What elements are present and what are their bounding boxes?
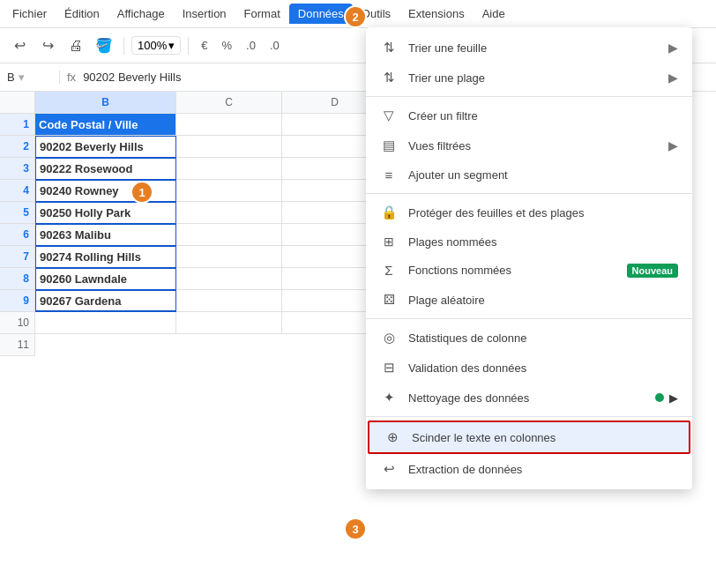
cell-b1[interactable]: Code Postal / Ville	[35, 114, 176, 136]
menu-creer-filtre[interactable]: ▽ Créer un filtre	[366, 100, 692, 130]
menu-edition[interactable]: Édition	[56, 4, 108, 24]
named-functions-icon: Σ	[380, 263, 398, 278]
print-button[interactable]: 🖨	[63, 33, 88, 58]
menu-vues-filtrees-label: Vues filtrées	[408, 139, 658, 153]
cell-b9[interactable]: 90267 Gardena	[35, 290, 176, 312]
menu-format[interactable]: Format	[235, 4, 289, 24]
arrow-icon-3: ▶	[668, 138, 678, 153]
row-num-8[interactable]: 8	[0, 268, 34, 290]
menu-validation[interactable]: ⊟ Validation des données	[366, 353, 692, 383]
dropdown-arrow-icon[interactable]: ▾	[19, 71, 25, 84]
cell-c4[interactable]	[176, 180, 282, 202]
sort-range-icon: ⇅	[380, 70, 398, 86]
percent-button[interactable]: %	[216, 37, 237, 54]
paint-format-button[interactable]: 🪣	[92, 33, 116, 58]
menu-affichage[interactable]: Affichage	[108, 4, 174, 24]
menu-ajouter-segment[interactable]: ≡ Ajouter un segment	[366, 160, 692, 190]
menu-plage-aleatoire-label: Plage aléatoire	[408, 294, 678, 307]
row-num-11[interactable]: 11	[0, 334, 34, 356]
row-num-9[interactable]: 9	[0, 290, 34, 312]
arrow-icon-2: ▶	[668, 71, 678, 85]
menu-statistiques-label: Statistiques de colonne	[408, 331, 678, 345]
cell-b10[interactable]	[35, 312, 176, 334]
menu-statistiques[interactable]: ◎ Statistiques de colonne	[366, 323, 692, 353]
sep1	[123, 37, 124, 55]
split-text-icon: ⊕	[384, 429, 401, 445]
cell-c10[interactable]	[176, 312, 282, 334]
arrow-icon: ▶	[668, 41, 678, 55]
cell-b7[interactable]: 90274 Rolling Hills	[35, 246, 176, 268]
menu-plages-nommees[interactable]: ⊞ Plages nommées	[366, 227, 692, 256]
extract-icon: ↩	[380, 461, 398, 477]
menu-proteger-label: Protéger des feuilles et des plages	[408, 206, 678, 220]
menu-extensions[interactable]: Extensions	[399, 4, 474, 24]
formula-fx-icon: fx	[67, 71, 76, 84]
row-numbers: 1 2 3 4 5 6 7 8 9 10 11	[0, 92, 35, 356]
cell-c6[interactable]	[176, 224, 282, 246]
menu-ajouter-segment-label: Ajouter un segment	[408, 168, 678, 182]
dropdown-menu: ⇅ Trier une feuille ▶ ⇅ Trier une plage …	[366, 27, 692, 489]
segment-icon: ≡	[380, 167, 398, 182]
euro-button[interactable]: €	[196, 37, 213, 54]
menu-fichier[interactable]: Fichier	[4, 4, 56, 24]
menu-trier-feuille-label: Trier une feuille	[408, 41, 658, 55]
cell-c3[interactable]	[176, 158, 282, 180]
cell-c5[interactable]	[176, 202, 282, 224]
annotation-1: 1	[131, 181, 153, 204]
menu-fonctions-nommees[interactable]: Σ Fonctions nommées Nouveau	[366, 256, 692, 285]
row-num-10[interactable]: 10	[0, 312, 34, 334]
menu-scinder[interactable]: ⊕ Scinder le texte en colonnes	[368, 421, 690, 454]
cell-c7[interactable]	[176, 246, 282, 268]
cell-b3[interactable]: 90222 Rosewood	[35, 158, 176, 180]
row-num-4[interactable]: 4	[0, 180, 34, 202]
cell-c2[interactable]	[176, 136, 282, 158]
menu-scinder-label: Scinder le texte en colonnes	[412, 431, 675, 444]
row-num-7[interactable]: 7	[0, 246, 34, 268]
redo-button[interactable]: ↪	[35, 33, 60, 58]
cell-b2[interactable]: 90202 Beverly Hills	[35, 136, 176, 158]
named-ranges-icon: ⊞	[380, 234, 398, 249]
col-header-b[interactable]: B	[35, 92, 176, 114]
menu-insertion[interactable]: Insertion	[174, 4, 235, 24]
cell-b6[interactable]: 90263 Malibu	[35, 224, 176, 246]
row-num-6[interactable]: 6	[0, 224, 34, 246]
zoom-control[interactable]: 100% ▾	[131, 36, 181, 55]
cell-c1[interactable]	[176, 114, 282, 136]
green-dot-icon	[655, 393, 664, 402]
row-num-1[interactable]: 1	[0, 114, 34, 136]
zoom-arrow: ▾	[168, 39, 175, 52]
menu-validation-label: Validation des données	[408, 361, 678, 375]
menu-extraction[interactable]: ↩ Extraction de données	[366, 454, 692, 484]
menu-fonctions-nommees-label: Fonctions nommées	[408, 264, 616, 277]
row-num-5[interactable]: 5	[0, 202, 34, 224]
col-header-c[interactable]: C	[176, 92, 282, 114]
decimal-dec-button[interactable]: .0	[241, 37, 261, 54]
cell-b8[interactable]: 90260 Lawndale	[35, 268, 176, 290]
row-num-2[interactable]: 2	[0, 136, 34, 158]
menu-plage-aleatoire[interactable]: ⚄ Plage aléatoire	[366, 285, 692, 315]
menu-extraction-label: Extraction de données	[408, 463, 678, 476]
decimal-inc-button[interactable]: .0	[265, 37, 285, 54]
cell-c8[interactable]	[176, 268, 282, 290]
row-num-3[interactable]: 3	[0, 158, 34, 180]
lock-icon: 🔒	[380, 205, 398, 220]
validation-icon: ⊟	[380, 360, 398, 376]
undo-button[interactable]: ↩	[7, 33, 32, 58]
menu-aide[interactable]: Aide	[474, 4, 514, 24]
menu-donnees[interactable]: Données	[289, 4, 353, 24]
menu-vues-filtrees[interactable]: ▤ Vues filtrées ▶	[366, 130, 692, 160]
menu-proteger[interactable]: 🔒 Protéger des feuilles et des plages	[366, 197, 692, 227]
menu-trier-plage-label: Trier une plage	[408, 71, 658, 85]
cell-b4[interactable]: 90240 Rowney	[35, 180, 176, 202]
divider-2	[366, 193, 692, 194]
row-num-header	[0, 92, 34, 114]
menu-nettoyage[interactable]: ✦ Nettoyage des données ▶	[366, 383, 692, 413]
annotation-2: 2	[344, 5, 367, 28]
menu-plages-nommees-label: Plages nommées	[408, 235, 678, 249]
zoom-value: 100%	[138, 39, 167, 52]
cell-b5[interactable]: 90250 Holly Park	[35, 202, 176, 224]
menu-trier-plage[interactable]: ⇅ Trier une plage ▶	[366, 63, 692, 93]
cell-c9[interactable]	[176, 290, 282, 312]
menu-trier-feuille[interactable]: ⇅ Trier une feuille ▶	[366, 33, 692, 63]
divider-3	[366, 318, 692, 319]
